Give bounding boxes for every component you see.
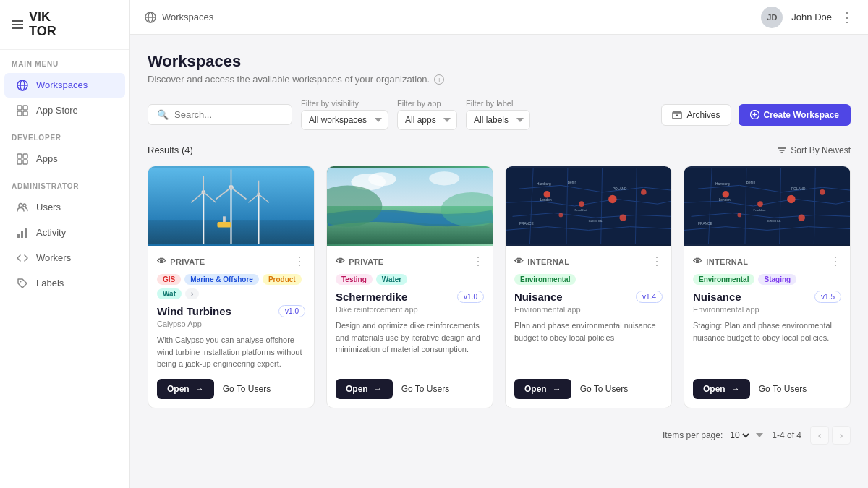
create-workspace-button[interactable]: Create Workspace — [739, 104, 851, 126]
version-badge: v1.4 — [636, 291, 663, 303]
per-page-select[interactable]: 10 — [727, 429, 752, 441]
card-more-button[interactable]: ⋮ — [651, 254, 663, 268]
svg-rect-7 — [17, 154, 22, 158]
sidebar-item-activity-label: Activity — [36, 227, 66, 238]
version-badge: v1.5 — [814, 291, 841, 303]
tag: Wat — [157, 288, 182, 299]
svg-point-11 — [19, 203, 22, 207]
sidebar-section-main: MAIN MENU Workspaces App Store — [0, 50, 129, 124]
per-page-label: Items per page: — [663, 430, 723, 440]
sidebar-section-admin: ADMINISTRATOR Users Activity Workers Lab… — [0, 172, 129, 296]
open-button[interactable]: Open → — [693, 379, 750, 399]
filter-label-select[interactable]: All labels — [466, 110, 530, 130]
svg-point-56 — [558, 213, 563, 218]
card-subtitle: Environmental app — [514, 305, 663, 314]
sidebar-item-activity[interactable]: Activity — [4, 221, 125, 245]
prev-page-button[interactable]: ‹ — [810, 426, 829, 445]
svg-rect-9 — [17, 160, 22, 164]
workspace-card-nuisance-2: Hamburg Berlin London Frankfurt POLAND C… — [684, 166, 851, 408]
open-button[interactable]: Open → — [336, 379, 393, 399]
card-tags: GISMarine & OffshoreProductWat› — [157, 274, 305, 299]
card-title: Wind Turbines — [157, 305, 231, 317]
workspace-card-wind-turbines: 👁 PRIVATE ⋮ GISMarine & OffshoreProductW… — [148, 166, 315, 408]
filter-app-select[interactable]: All apps — [397, 110, 457, 130]
workspace-card-nuisance-1: Hamburg Berlin London Frankfurt POLAND C… — [505, 166, 672, 408]
search-input[interactable] — [174, 109, 283, 120]
card-actions: Open → Go To Users — [514, 379, 663, 399]
svg-rect-8 — [23, 154, 27, 158]
svg-point-53 — [579, 201, 584, 207]
svg-rect-5 — [17, 111, 22, 116]
sort-button[interactable]: Sort By Newest — [777, 145, 851, 155]
filter-label-block: Filter by label All labels — [466, 99, 530, 130]
page-title: Workspaces — [148, 52, 851, 71]
card-image — [148, 166, 314, 246]
open-button[interactable]: Open → — [514, 379, 571, 399]
card-meta: 👁 PRIVATE ⋮ — [336, 254, 484, 268]
svg-rect-14 — [21, 231, 23, 238]
card-title-row: Nuisance v1.4 — [514, 291, 663, 303]
topbar-more-icon[interactable]: ⋮ — [841, 9, 854, 25]
svg-text:CZECHIA: CZECHIA — [589, 219, 603, 223]
svg-point-69 — [820, 189, 825, 195]
svg-point-54 — [608, 195, 616, 203]
svg-text:London: London — [540, 198, 552, 202]
sidebar-item-workers[interactable]: Workers — [4, 246, 125, 270]
card-subtitle: Calypso App — [157, 320, 305, 328]
version-badge: v1.0 — [278, 305, 305, 317]
goto-users-button[interactable]: Go To Users — [759, 384, 807, 394]
card-subtitle: Dike reinforcement app — [336, 305, 484, 314]
per-page-selector: Items per page: 10 — [663, 429, 763, 441]
main-area: Workspaces JD John Doe ⋮ Workspaces Disc… — [130, 0, 868, 488]
menu-toggle[interactable] — [12, 20, 23, 29]
svg-text:POLAND: POLAND — [791, 187, 806, 191]
card-meta: 👁 INTERNAL ⋮ — [693, 254, 841, 268]
filter-visibility-label: Filter by visibility — [301, 99, 388, 108]
dropdown-icon — [756, 433, 763, 437]
logo-area: VIK TOR — [0, 0, 129, 50]
workspace-card-schermerdike: 👁 PRIVATE ⋮ TestingWater Schermerdike v1… — [326, 166, 493, 408]
card-more-button[interactable]: ⋮ — [294, 254, 305, 268]
tag: Testing — [336, 274, 373, 285]
svg-text:London: London — [719, 198, 731, 202]
filter-app-block: Filter by app All apps — [397, 99, 457, 130]
sidebar-item-appstore[interactable]: App Store — [4, 98, 125, 123]
svg-point-52 — [543, 191, 550, 198]
svg-rect-13 — [17, 234, 20, 238]
info-icon[interactable]: i — [434, 74, 444, 85]
card-actions: Open → Go To Users — [157, 379, 305, 399]
svg-rect-10 — [23, 160, 27, 164]
more-tags[interactable]: › — [185, 288, 199, 299]
card-meta: 👁 INTERNAL ⋮ — [514, 254, 663, 268]
globe-icon — [16, 79, 29, 92]
svg-point-55 — [641, 189, 647, 195]
open-button[interactable]: Open → — [157, 379, 214, 399]
tag: GIS — [157, 274, 181, 285]
goto-users-button[interactable]: Go To Users — [401, 384, 449, 394]
goto-users-button[interactable]: Go To Users — [223, 384, 271, 394]
toolbar-actions: Archives Create Workspace — [661, 104, 851, 126]
svg-text:Hamburg: Hamburg — [537, 182, 551, 186]
arrow-icon: → — [374, 384, 383, 394]
goto-users-button[interactable]: Go To Users — [580, 384, 628, 394]
sidebar-item-workspaces[interactable]: Workspaces — [4, 73, 125, 98]
sidebar-item-appstore-label: App Store — [36, 105, 78, 116]
svg-rect-21 — [676, 114, 678, 116]
section-label-admin: ADMINISTRATOR — [0, 172, 129, 194]
sidebar-item-apps[interactable]: Apps — [4, 147, 125, 171]
card-body: 👁 INTERNAL ⋮ EnvironmentalStaging Nuisan… — [684, 246, 850, 408]
eye-icon: 👁 — [514, 256, 524, 267]
card-title: Nuisance — [514, 291, 563, 303]
archives-button[interactable]: Archives — [661, 104, 731, 126]
card-title-row: Schermerdike v1.0 — [336, 291, 484, 303]
user-name: John Doe — [791, 12, 832, 22]
next-page-button[interactable]: › — [832, 426, 851, 445]
card-more-button[interactable]: ⋮ — [472, 254, 484, 268]
card-more-button[interactable]: ⋮ — [830, 254, 841, 268]
search-box[interactable]: 🔍 — [148, 104, 292, 125]
filter-visibility-select[interactable]: All workspaces — [301, 110, 388, 130]
card-body: 👁 PRIVATE ⋮ TestingWater Schermerdike v1… — [327, 246, 493, 408]
sidebar-item-users[interactable]: Users — [4, 195, 125, 220]
svg-rect-3 — [17, 106, 22, 110]
sidebar-item-labels[interactable]: Labels — [4, 271, 125, 296]
